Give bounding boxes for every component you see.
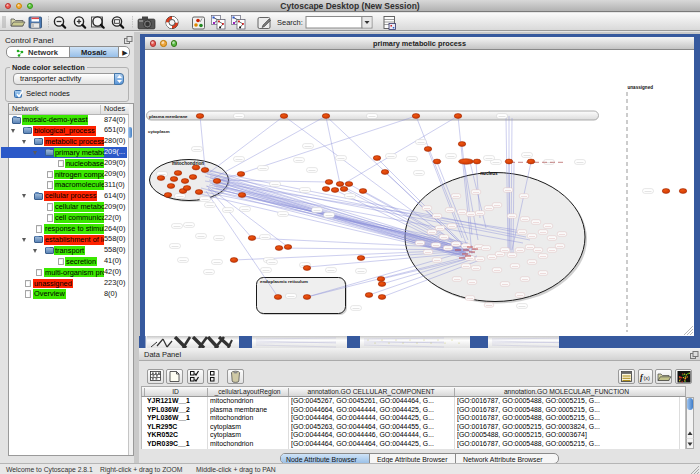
svg-text:Search:: Search: bbox=[277, 18, 303, 27]
svg-text:cytoplasm: cytoplasm bbox=[148, 129, 170, 134]
svg-text:unassigned: unassigned bbox=[628, 85, 654, 90]
svg-text:endoplasmic reticulum: endoplasmic reticulum bbox=[260, 279, 308, 284]
svg-text:nucleus: nucleus bbox=[480, 171, 498, 176]
svg-text:(x): (x) bbox=[644, 375, 651, 381]
svg-text:plasma membrane: plasma membrane bbox=[149, 114, 188, 119]
svg-text:mitochondrion: mitochondrion bbox=[172, 161, 204, 166]
